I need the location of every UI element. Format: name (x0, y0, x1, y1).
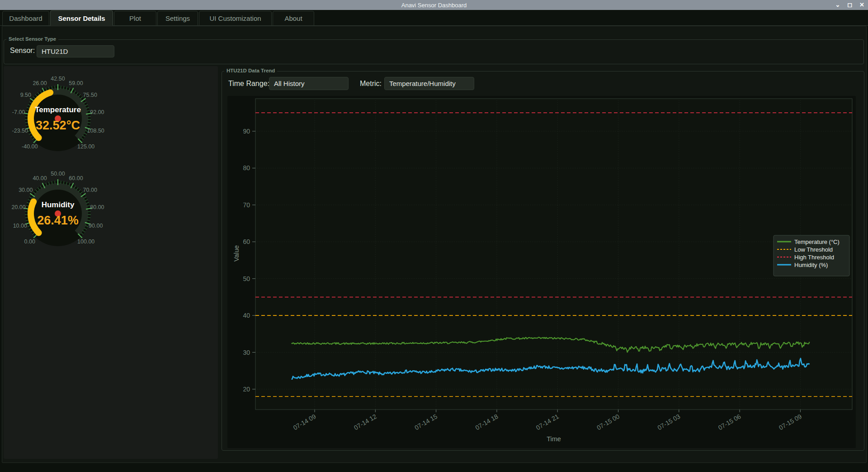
gauge-scale-label: -40.00 (22, 143, 38, 150)
x-tick-label: 07-14 18 (474, 413, 500, 432)
gauge-scale-label: 26.00 (33, 80, 47, 86)
time-range-select[interactable]: All History (269, 77, 349, 90)
sensor-type-value: HTU21D (42, 48, 68, 55)
y-tick-label: 90 (243, 128, 250, 135)
legend-label: High Threshold (794, 254, 834, 261)
sensor-label: Sensor: (10, 47, 35, 55)
tab-settings[interactable]: Settings (157, 11, 198, 26)
legend-label: Humidity (%) (794, 262, 828, 268)
gauge-panel: -40.00-23.50-7.009.5026.0042.5059.0075.5… (4, 66, 218, 459)
y-tick-label: 30 (243, 349, 250, 356)
gauge-scale-label: 40.00 (33, 175, 47, 181)
window-controls: ⌄◻✕ (835, 0, 864, 10)
gauge-scale-label: 30.00 (19, 187, 33, 193)
gauge-scale-label: 125.00 (77, 143, 94, 150)
close-button[interactable]: ✕ (859, 0, 864, 10)
gauge-title: Humidity (42, 200, 75, 209)
gauge-scale-label: 10.00 (13, 223, 27, 229)
x-tick-label: 07-14 21 (535, 413, 560, 432)
gauge-scale-label: -7.00 (12, 109, 25, 115)
y-axis-label: Value (233, 245, 240, 262)
gauge-scale-label: 80.00 (90, 204, 104, 210)
trend-chart: 203040506070809007-14 0907-14 1207-14 15… (227, 96, 856, 448)
gauge-scale-label: 9.50 (20, 92, 31, 98)
shade-button[interactable]: ⌄ (835, 0, 840, 10)
legend-label: Temperature (°C) (794, 238, 840, 245)
gauge-scale-label: 75.50 (83, 92, 97, 98)
sensor-type-select[interactable]: HTU21D (37, 45, 114, 57)
gauge-value: 26.41% (37, 214, 79, 227)
select-sensor-groupbox (4, 39, 864, 64)
app-window: Anavi Sensor Dashboard ⌄◻✕ DashboardSens… (0, 0, 868, 472)
data-trend-group-title: HTU21D Data Trend (224, 68, 277, 73)
gauge-scale-label: 60.00 (69, 175, 83, 181)
legend-label: Low Threshold (794, 246, 833, 253)
gauge-scale-label: 90.00 (89, 223, 103, 229)
maximize-button[interactable]: ◻ (847, 0, 852, 10)
tab-plot[interactable]: Plot (114, 11, 156, 26)
title-bar[interactable]: Anavi Sensor Dashboard ⌄◻✕ (0, 0, 868, 10)
y-tick-label: 50 (243, 275, 250, 282)
gauge-scale-label: 50.00 (51, 171, 65, 177)
temperature-gauge: -40.00-23.50-7.009.5026.0042.5059.0075.5… (8, 73, 108, 164)
window-title: Anavi Sensor Dashboard (401, 2, 467, 9)
metric-select[interactable]: Temperature/Humidity (384, 77, 474, 90)
metric-value: Temperature/Humidity (389, 80, 456, 87)
tab-about[interactable]: About (273, 11, 314, 26)
gauge-scale-label: 108.50 (87, 128, 104, 134)
tab-ui-customization[interactable]: UI Customization (199, 11, 272, 26)
x-tick-label: 07-14 09 (292, 413, 317, 432)
tab-sensor-details[interactable]: Sensor Details (50, 10, 113, 26)
time-range-label: Time Range: (228, 80, 269, 88)
time-range-value: All History (274, 80, 305, 87)
gauge-scale-label: 92.00 (90, 109, 104, 115)
plot-canvas[interactable]: 203040506070809007-14 0907-14 1207-14 15… (227, 96, 856, 448)
y-tick-label: 40 (243, 312, 250, 319)
gauge-scale-label: 0.00 (24, 238, 35, 245)
gauge-scale-label: 100.00 (77, 238, 94, 245)
tab-bar: DashboardSensor DetailsPlotSettingsUI Cu… (0, 10, 868, 26)
select-sensor-group-title: Select Sensor Type (6, 36, 58, 42)
x-axis-label: Time (547, 435, 561, 443)
gauge-scale-label: 59.00 (69, 80, 83, 86)
humidity-gauge: 0.0010.0020.0030.0040.0050.0060.0070.008… (8, 168, 108, 259)
gauge-title: Temperature (35, 105, 81, 114)
gauge-scale-label: 70.00 (83, 187, 97, 193)
chart-axes-area (255, 99, 852, 410)
x-tick-label: 07-15 00 (595, 413, 621, 432)
gauge-scale-label: 42.50 (51, 76, 65, 82)
y-tick-label: 60 (243, 238, 250, 245)
y-tick-label: 20 (243, 386, 250, 393)
gauge-value: 32.52°C (36, 119, 80, 132)
x-tick-label: 07-15 09 (778, 413, 803, 432)
chart-legend: Temperature (°C)Low ThresholdHigh Thresh… (774, 235, 849, 276)
tab-dashboard[interactable]: Dashboard (2, 11, 49, 26)
x-tick-label: 07-14 12 (353, 413, 378, 432)
x-tick-label: 07-15 06 (717, 413, 742, 432)
x-tick-label: 07-15 03 (656, 413, 681, 432)
y-tick-label: 80 (243, 164, 250, 172)
gauge-scale-label: 20.00 (11, 204, 25, 210)
metric-label: Metric: (360, 80, 382, 88)
gauge-scale-label: -23.50 (12, 128, 28, 134)
x-tick-label: 07-14 15 (413, 413, 439, 432)
y-tick-label: 70 (243, 201, 250, 209)
